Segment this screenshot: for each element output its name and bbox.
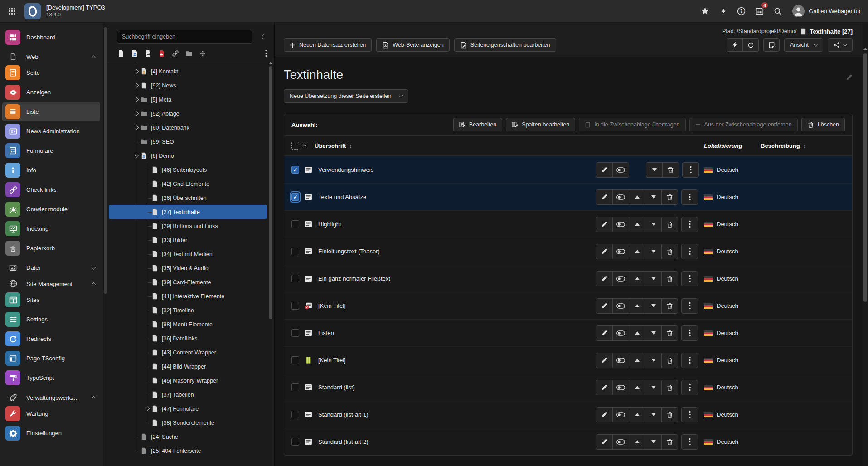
move-up-button[interactable] [629,325,645,341]
delete-record-button[interactable] [661,298,678,314]
scroll-up-icon[interactable] [863,48,867,50]
record-title[interactable]: Verwendungshinweis [318,166,596,173]
tree-node-46-seitenlayouts[interactable]: [46] Seitenlayouts [109,163,267,177]
tree-node-32-timeline[interactable]: [32] Timeline [109,303,267,317]
delete-selected-button[interactable]: Löschen [801,118,845,131]
user-menu[interactable]: Galileo Webagentur [792,5,861,17]
sidebar-section-datei[interactable]: Datei [3,262,100,273]
tree-node-24-suche[interactable]: [24] Suche [109,430,267,444]
tree-tool-page-user-tool-icon[interactable] [131,50,138,57]
more-actions-button[interactable] [681,271,698,286]
tree-node-35-video-audio[interactable]: [35] Video & Audio [109,261,267,275]
edit-record-button[interactable] [596,162,613,178]
more-actions-button[interactable] [682,162,699,178]
edit-selected-button[interactable]: Bearbeiten [453,118,502,131]
record-title[interactable]: Texte und Absätze [318,194,596,200]
toggle-visibility-button[interactable] [612,271,629,286]
column-localization[interactable]: Lokalisierung [704,142,761,149]
tree-node-5-meta[interactable]: [5] Meta [109,92,267,107]
tree-node-36-dateilinks[interactable]: [36] Dateilinks [109,331,267,345]
new-translation-dropdown[interactable]: Neue Übersetzung dieser Seite erstellen [284,89,408,103]
tree-node-42-grid-elemente[interactable]: [42] Grid-Elemente [109,177,267,191]
toggle-visibility-button[interactable] [612,217,629,232]
tree-node-33-bilder[interactable]: [33] Bilder [109,233,267,247]
edit-record-button[interactable] [596,353,613,368]
tree-tool-page-shortcut-icon[interactable] [145,50,152,57]
move-up-button[interactable] [629,217,645,232]
tree-node-37-tabellen[interactable]: [37] Tabellen [109,388,267,402]
tree-node-59-seo[interactable]: [59] SEO [109,135,267,149]
toggle-visibility-button[interactable] [612,298,629,314]
sidebar-item-liste[interactable]: Liste [3,102,100,121]
tree-node-34-text-mit-medien[interactable]: [34] Text mit Medien [109,247,267,261]
sidebar-section-web[interactable]: Web [3,51,100,63]
more-actions-button[interactable] [681,244,698,259]
edit-record-button[interactable] [596,380,613,395]
reload-button[interactable] [742,38,759,52]
sidebar-item-news-administration[interactable]: News Administration [3,122,100,141]
typo3-logo[interactable] [24,3,41,19]
row-checkbox[interactable] [291,329,299,337]
app-grid-icon[interactable] [5,4,19,19]
help-icon[interactable]: ? [733,3,749,19]
tree-node-29-buttons-und-links[interactable]: [29] Buttons und Links [109,219,267,233]
sidebar-item-check-links[interactable]: Check links [3,180,100,199]
move-down-button[interactable] [645,380,662,395]
row-checkbox[interactable] [291,275,299,282]
row-checkbox[interactable] [291,248,299,255]
record-title[interactable]: [Kein Titel] [318,302,596,309]
tree-node-4-kontakt[interactable]: [4] Kontakt [109,64,267,78]
delete-record-button[interactable] [661,353,678,368]
more-actions-button[interactable] [681,189,698,205]
sidebar-item-seite[interactable]: Seite [3,63,100,82]
sidebar-item-einstellungen[interactable]: Einstellungen [3,424,100,442]
move-up-button[interactable] [629,434,645,450]
tree-search-input[interactable] [117,30,252,44]
sidebar-item-page-tsconfig[interactable]: Page TSconfig [3,349,100,368]
share-dropdown[interactable] [828,38,853,52]
chevron-right-icon[interactable] [132,70,141,73]
record-title[interactable]: Ein ganz normaler Fließtext [318,275,596,282]
record-title[interactable]: Listen [318,330,596,336]
chevron-right-icon[interactable] [132,84,141,87]
sidebar-item-formulare[interactable]: Formulare [3,141,100,160]
tree-node-6-demo[interactable]: [6] Demo [109,149,267,163]
sidebar-item-info[interactable]: Info [3,161,100,180]
scrollbar-thumb[interactable] [269,66,272,319]
tree-node-41-interaktive-elemente[interactable]: [41] Interaktive Elemente [109,289,267,303]
delete-record-button[interactable] [661,271,678,286]
chevron-right-icon[interactable] [132,98,141,101]
main-scrollbar[interactable] [863,23,868,466]
system-log-icon[interactable]: 4 [752,3,767,19]
toggle-visibility-button[interactable] [612,434,629,450]
chevron-right-icon[interactable] [143,407,151,410]
move-down-button[interactable] [645,217,662,232]
scroll-up-icon[interactable] [269,62,272,64]
tree-node-60-datenbank[interactable]: [60] Datenbank [109,121,267,135]
sidebar-item-crawler-module[interactable]: Crawler module [3,200,100,218]
sidebar-item-dashboard[interactable]: Dashboard [3,28,100,47]
more-actions-button[interactable] [681,407,698,422]
more-actions-button[interactable] [681,217,698,232]
delete-record-button[interactable] [661,217,678,232]
tree-node-26-berschriften[interactable]: [26] Überschriften [109,191,267,205]
scrollbar-thumb[interactable] [863,53,867,302]
tree-node-92-news[interactable]: [92] News [109,78,267,92]
chevron-right-icon[interactable] [132,112,141,115]
tree-node-44-bild-wrapper[interactable]: [44] Bild-Wrapper [109,359,267,374]
move-up-button[interactable] [629,298,645,314]
row-checkbox[interactable] [291,220,299,228]
tree-node-25-404-fehlerseite[interactable]: [25] 404 Fehlerseite [109,444,267,458]
breadcrumb-page[interactable]: Textinhalte [27] [810,28,853,35]
record-title[interactable]: Standard (list-alt-2) [318,438,596,445]
more-actions-button[interactable] [681,380,698,395]
edit-record-button[interactable] [596,298,613,314]
delete-record-button[interactable] [662,162,679,178]
toggle-visibility-button[interactable] [612,325,629,341]
move-down-button[interactable] [645,271,662,286]
sidebar-section-verwaltungswerkz[interactable]: Verwaltungswerkz... [3,392,100,403]
column-description[interactable]: Beschreibung↕ [761,142,814,149]
tree-more-icon[interactable] [265,49,267,57]
move-up-button[interactable] [629,271,645,286]
search-icon[interactable] [770,3,786,19]
